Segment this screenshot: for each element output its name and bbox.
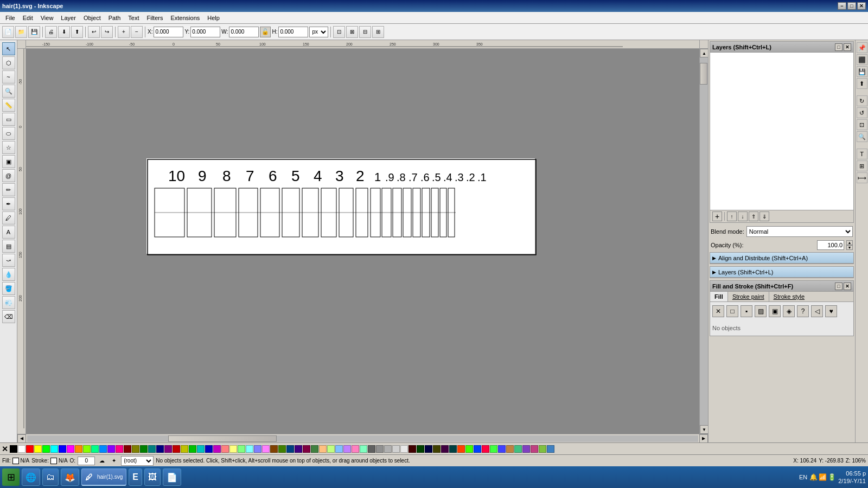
color-swatch[interactable] xyxy=(10,445,17,453)
h-input[interactable] xyxy=(278,27,308,37)
color-swatch[interactable] xyxy=(514,445,522,453)
color-swatch[interactable] xyxy=(400,445,408,453)
color-swatch[interactable] xyxy=(465,445,473,453)
snap-grid-btn[interactable]: 💾 xyxy=(857,66,867,77)
color-swatch[interactable] xyxy=(547,445,554,453)
text-tool-right[interactable]: T xyxy=(857,149,867,159)
opacity-up-btn[interactable]: ▲ xyxy=(846,240,853,245)
toolbar-transform4[interactable]: ⊞ xyxy=(372,26,384,38)
menu-path[interactable]: Path xyxy=(105,14,124,22)
color-swatch[interactable] xyxy=(189,445,196,453)
color-swatch[interactable] xyxy=(197,445,205,453)
eraser-tool[interactable]: ⌫ xyxy=(2,310,15,323)
color-swatch[interactable] xyxy=(286,445,294,453)
color-swatch[interactable] xyxy=(164,445,172,453)
calligraphy-tool[interactable]: 🖊 xyxy=(2,211,15,224)
color-swatch[interactable] xyxy=(67,445,74,453)
color-swatch[interactable] xyxy=(181,445,188,453)
color-swatch[interactable] xyxy=(482,445,489,453)
toolbar-zoom-out[interactable]: − xyxy=(131,26,143,38)
color-swatch[interactable] xyxy=(335,445,343,453)
color-swatch[interactable] xyxy=(50,445,58,453)
taskbar-firefox[interactable]: 🦊 xyxy=(61,468,79,486)
color-swatch[interactable] xyxy=(156,445,164,453)
menu-file[interactable]: File xyxy=(2,14,18,22)
3d-box-tool[interactable]: ▣ xyxy=(2,155,15,168)
node-tool[interactable]: ⬡ xyxy=(2,56,15,69)
scroll-down-btn[interactable]: ▼ xyxy=(700,425,708,434)
color-swatch[interactable] xyxy=(311,445,318,453)
fill-unknown-btn[interactable]: ? xyxy=(797,305,809,317)
toolbar-redo[interactable]: ↪ xyxy=(101,26,113,38)
snap-page-btn[interactable]: 📌 xyxy=(857,42,867,53)
color-swatch[interactable] xyxy=(83,445,91,453)
stroke-color-swatch[interactable] xyxy=(50,458,57,464)
taskbar-explorer[interactable]: 🗂 xyxy=(42,468,59,486)
toolbar-transform1[interactable]: ⊡ xyxy=(333,26,345,38)
layer-selector[interactable]: (root) xyxy=(121,456,154,466)
color-swatch[interactable] xyxy=(99,445,107,453)
color-swatch[interactable] xyxy=(343,445,351,453)
color-swatch[interactable] xyxy=(474,445,481,453)
menu-text[interactable]: Text xyxy=(125,14,142,22)
color-swatch[interactable] xyxy=(262,445,270,453)
zoom-page-btn[interactable]: 🔍 xyxy=(857,131,867,142)
scroll-up-btn[interactable]: ▲ xyxy=(700,49,708,57)
color-swatch[interactable] xyxy=(229,445,237,453)
color-swatch[interactable] xyxy=(457,445,465,453)
color-swatch[interactable] xyxy=(522,445,530,453)
fill-color-swatch[interactable] xyxy=(12,458,19,464)
toolbar-save[interactable]: 💾 xyxy=(28,26,40,38)
scroll-right-btn[interactable]: ▶ xyxy=(699,434,708,443)
start-button[interactable]: ⊞ xyxy=(2,468,20,486)
color-swatch[interactable] xyxy=(42,445,50,453)
snap-node-btn[interactable]: ⬛ xyxy=(857,54,867,65)
layers-panel-header[interactable]: ▶ Layers (Shift+Ctrl+L) xyxy=(710,267,853,278)
paint-bucket-tool[interactable]: 🪣 xyxy=(2,282,15,295)
hscroll-thumb[interactable] xyxy=(168,435,277,442)
maximize-button[interactable]: □ xyxy=(847,2,856,10)
ellipse-tool[interactable]: ⬭ xyxy=(2,127,15,140)
layers-restore-btn[interactable]: □ xyxy=(835,43,843,51)
blend-mode-select[interactable]: Normal Multiply Screen Overlay xyxy=(746,226,853,237)
rotate-ccw-btn[interactable]: ↺ xyxy=(857,107,867,118)
color-swatch[interactable] xyxy=(116,445,123,453)
gradient-tool[interactable]: ▤ xyxy=(2,240,15,253)
color-swatch[interactable] xyxy=(360,445,367,453)
layer-add-btn[interactable]: + xyxy=(712,211,722,221)
taskbar-pdf[interactable]: 📄 xyxy=(163,468,181,486)
opacity-down-btn[interactable]: ▼ xyxy=(846,245,853,250)
spiral-tool[interactable]: @ xyxy=(2,169,15,182)
select-tool[interactable]: ↖ xyxy=(2,42,15,55)
w-input[interactable] xyxy=(229,27,259,37)
menu-layer[interactable]: Layer xyxy=(58,14,79,22)
pencil-tool[interactable]: ✏ xyxy=(2,183,15,196)
scroll-thumb[interactable] xyxy=(700,63,707,85)
toolbar-new[interactable]: 📄 xyxy=(2,26,14,38)
color-swatch[interactable] xyxy=(368,445,375,453)
color-swatch[interactable] xyxy=(425,445,432,453)
scroll-left-btn[interactable]: ◀ xyxy=(17,434,26,443)
color-swatch[interactable] xyxy=(34,445,42,453)
layer-down-btn[interactable]: ↓ xyxy=(738,211,748,221)
color-swatch[interactable] xyxy=(254,445,261,453)
menu-view[interactable]: View xyxy=(37,14,57,22)
fill-swatch-btn[interactable]: ◈ xyxy=(783,305,795,317)
color-swatch[interactable] xyxy=(246,445,253,453)
measure-tool[interactable]: 📏 xyxy=(2,99,15,112)
rect-tool[interactable]: ▭ xyxy=(2,113,15,126)
fill-stroke-close-btn[interactable]: ✕ xyxy=(844,282,851,290)
color-swatch[interactable] xyxy=(303,445,310,453)
layers-content[interactable] xyxy=(710,53,853,210)
color-swatch[interactable] xyxy=(352,445,359,453)
taskbar-photos[interactable]: 🖼 xyxy=(144,468,161,486)
color-swatch[interactable] xyxy=(327,445,335,453)
color-swatch[interactable] xyxy=(433,445,441,453)
canvas-inner[interactable]: 10 9 8 7 6 5 4 3 2 1 .9 .8 .7 .6 xyxy=(26,49,699,434)
menu-edit[interactable]: Edit xyxy=(20,14,36,22)
color-swatch[interactable] xyxy=(205,445,213,453)
fill-remove-btn[interactable]: ♥ xyxy=(825,305,837,317)
fill-linear-btn[interactable]: ▪ xyxy=(741,305,752,317)
opacity-input[interactable] xyxy=(817,240,844,250)
color-swatch[interactable] xyxy=(392,445,400,453)
